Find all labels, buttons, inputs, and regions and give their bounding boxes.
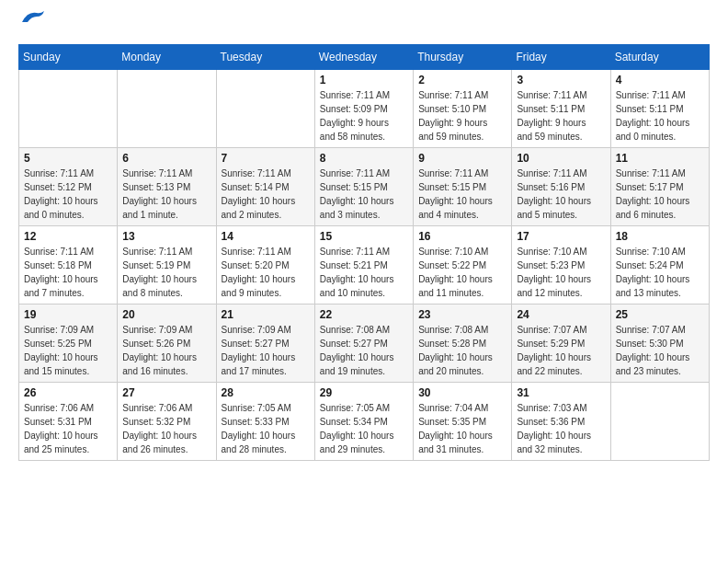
page-header xyxy=(18,18,710,29)
calendar-cell: 1Sunrise: 7:11 AM Sunset: 5:09 PM Daylig… xyxy=(314,70,413,148)
calendar-cell: 27Sunrise: 7:06 AM Sunset: 5:32 PM Dayli… xyxy=(118,383,216,461)
day-number: 15 xyxy=(320,230,408,243)
day-info: Sunrise: 7:11 AM Sunset: 5:13 PM Dayligh… xyxy=(122,167,210,222)
day-info: Sunrise: 7:11 AM Sunset: 5:20 PM Dayligh… xyxy=(222,245,310,300)
calendar-cell: 9Sunrise: 7:11 AM Sunset: 5:15 PM Daylig… xyxy=(414,148,512,226)
day-info: Sunrise: 7:05 AM Sunset: 5:34 PM Dayligh… xyxy=(320,401,408,456)
calendar-cell xyxy=(19,70,118,148)
day-number: 14 xyxy=(222,230,310,243)
day-info: Sunrise: 7:06 AM Sunset: 5:31 PM Dayligh… xyxy=(24,401,112,456)
day-number: 24 xyxy=(517,308,605,321)
day-number: 22 xyxy=(320,308,408,321)
day-number: 21 xyxy=(222,308,310,321)
calendar-cell: 8Sunrise: 7:11 AM Sunset: 5:15 PM Daylig… xyxy=(314,148,413,226)
calendar-cell: 12Sunrise: 7:11 AM Sunset: 5:18 PM Dayli… xyxy=(19,226,118,304)
calendar-cell: 7Sunrise: 7:11 AM Sunset: 5:14 PM Daylig… xyxy=(216,148,314,226)
calendar-cell: 25Sunrise: 7:07 AM Sunset: 5:30 PM Dayli… xyxy=(610,304,709,383)
logo-bird-icon xyxy=(20,9,46,29)
calendar-cell xyxy=(216,70,314,148)
calendar-cell: 31Sunrise: 7:03 AM Sunset: 5:36 PM Dayli… xyxy=(512,383,610,461)
day-number: 5 xyxy=(24,152,112,165)
calendar-cell: 29Sunrise: 7:05 AM Sunset: 5:34 PM Dayli… xyxy=(314,383,413,461)
calendar-cell: 24Sunrise: 7:07 AM Sunset: 5:29 PM Dayli… xyxy=(512,304,610,383)
calendar-cell: 6Sunrise: 7:11 AM Sunset: 5:13 PM Daylig… xyxy=(118,148,216,226)
day-info: Sunrise: 7:11 AM Sunset: 5:21 PM Dayligh… xyxy=(320,245,408,300)
weekday-header-wednesday: Wednesday xyxy=(314,45,413,70)
calendar-cell: 4Sunrise: 7:11 AM Sunset: 5:11 PM Daylig… xyxy=(610,70,709,148)
calendar-week-3: 12Sunrise: 7:11 AM Sunset: 5:18 PM Dayli… xyxy=(19,226,710,304)
calendar-cell: 3Sunrise: 7:11 AM Sunset: 5:11 PM Daylig… xyxy=(512,70,610,148)
calendar-table: SundayMondayTuesdayWednesdayThursdayFrid… xyxy=(18,44,710,461)
calendar-cell: 21Sunrise: 7:09 AM Sunset: 5:27 PM Dayli… xyxy=(216,304,314,383)
day-info: Sunrise: 7:07 AM Sunset: 5:29 PM Dayligh… xyxy=(517,323,605,378)
day-number: 26 xyxy=(24,386,112,399)
day-number: 18 xyxy=(616,230,704,243)
calendar-cell: 22Sunrise: 7:08 AM Sunset: 5:27 PM Dayli… xyxy=(314,304,413,383)
day-info: Sunrise: 7:09 AM Sunset: 5:26 PM Dayligh… xyxy=(122,323,210,378)
day-number: 2 xyxy=(418,74,506,86)
day-info: Sunrise: 7:10 AM Sunset: 5:23 PM Dayligh… xyxy=(517,245,605,300)
calendar-cell: 5Sunrise: 7:11 AM Sunset: 5:12 PM Daylig… xyxy=(19,148,118,226)
day-info: Sunrise: 7:09 AM Sunset: 5:25 PM Dayligh… xyxy=(24,323,112,378)
day-info: Sunrise: 7:06 AM Sunset: 5:32 PM Dayligh… xyxy=(122,401,210,456)
day-number: 23 xyxy=(418,308,506,321)
day-info: Sunrise: 7:11 AM Sunset: 5:11 PM Dayligh… xyxy=(517,88,605,144)
day-number: 20 xyxy=(122,308,210,321)
calendar-cell: 16Sunrise: 7:10 AM Sunset: 5:22 PM Dayli… xyxy=(414,226,512,304)
day-number: 19 xyxy=(24,308,112,321)
day-number: 4 xyxy=(616,74,704,86)
day-number: 28 xyxy=(222,386,310,399)
calendar-cell xyxy=(118,70,216,148)
day-number: 9 xyxy=(418,152,506,165)
day-number: 27 xyxy=(122,386,210,399)
day-number: 11 xyxy=(616,152,704,165)
logo xyxy=(18,18,46,29)
calendar-week-1: 1Sunrise: 7:11 AM Sunset: 5:09 PM Daylig… xyxy=(19,70,710,148)
day-info: Sunrise: 7:11 AM Sunset: 5:19 PM Dayligh… xyxy=(122,245,210,300)
calendar-cell: 13Sunrise: 7:11 AM Sunset: 5:19 PM Dayli… xyxy=(118,226,216,304)
weekday-header-row: SundayMondayTuesdayWednesdayThursdayFrid… xyxy=(19,45,710,70)
day-number: 13 xyxy=(122,230,210,243)
day-info: Sunrise: 7:10 AM Sunset: 5:24 PM Dayligh… xyxy=(616,245,704,300)
weekday-header-friday: Friday xyxy=(512,45,610,70)
weekday-header-sunday: Sunday xyxy=(19,45,118,70)
day-number: 17 xyxy=(517,230,605,243)
calendar-cell: 14Sunrise: 7:11 AM Sunset: 5:20 PM Dayli… xyxy=(216,226,314,304)
calendar-cell: 19Sunrise: 7:09 AM Sunset: 5:25 PM Dayli… xyxy=(19,304,118,383)
day-info: Sunrise: 7:04 AM Sunset: 5:35 PM Dayligh… xyxy=(418,401,506,456)
day-number: 12 xyxy=(24,230,112,243)
day-info: Sunrise: 7:07 AM Sunset: 5:30 PM Dayligh… xyxy=(616,323,704,378)
day-number: 25 xyxy=(616,308,704,321)
day-info: Sunrise: 7:11 AM Sunset: 5:12 PM Dayligh… xyxy=(24,167,112,222)
calendar-cell: 30Sunrise: 7:04 AM Sunset: 5:35 PM Dayli… xyxy=(414,383,512,461)
calendar-cell: 20Sunrise: 7:09 AM Sunset: 5:26 PM Dayli… xyxy=(118,304,216,383)
weekday-header-saturday: Saturday xyxy=(610,45,709,70)
day-info: Sunrise: 7:08 AM Sunset: 5:28 PM Dayligh… xyxy=(418,323,506,378)
calendar-cell: 10Sunrise: 7:11 AM Sunset: 5:16 PM Dayli… xyxy=(512,148,610,226)
day-info: Sunrise: 7:08 AM Sunset: 5:27 PM Dayligh… xyxy=(320,323,408,378)
calendar-week-2: 5Sunrise: 7:11 AM Sunset: 5:12 PM Daylig… xyxy=(19,148,710,226)
day-number: 31 xyxy=(517,386,605,399)
day-info: Sunrise: 7:09 AM Sunset: 5:27 PM Dayligh… xyxy=(222,323,310,378)
day-info: Sunrise: 7:11 AM Sunset: 5:16 PM Dayligh… xyxy=(517,167,605,222)
weekday-header-thursday: Thursday xyxy=(414,45,512,70)
day-info: Sunrise: 7:11 AM Sunset: 5:11 PM Dayligh… xyxy=(616,88,704,144)
day-number: 3 xyxy=(517,74,605,86)
day-info: Sunrise: 7:11 AM Sunset: 5:09 PM Dayligh… xyxy=(320,88,408,144)
calendar-cell xyxy=(610,383,709,461)
calendar-week-4: 19Sunrise: 7:09 AM Sunset: 5:25 PM Dayli… xyxy=(19,304,710,383)
day-number: 6 xyxy=(122,152,210,165)
calendar-cell: 11Sunrise: 7:11 AM Sunset: 5:17 PM Dayli… xyxy=(610,148,709,226)
calendar-cell: 17Sunrise: 7:10 AM Sunset: 5:23 PM Dayli… xyxy=(512,226,610,304)
day-number: 10 xyxy=(517,152,605,165)
calendar-cell: 15Sunrise: 7:11 AM Sunset: 5:21 PM Dayli… xyxy=(314,226,413,304)
calendar-cell: 2Sunrise: 7:11 AM Sunset: 5:10 PM Daylig… xyxy=(414,70,512,148)
calendar-cell: 23Sunrise: 7:08 AM Sunset: 5:28 PM Dayli… xyxy=(414,304,512,383)
day-number: 16 xyxy=(418,230,506,243)
day-number: 8 xyxy=(320,152,408,165)
day-info: Sunrise: 7:11 AM Sunset: 5:17 PM Dayligh… xyxy=(616,167,704,222)
weekday-header-tuesday: Tuesday xyxy=(216,45,314,70)
calendar-cell: 26Sunrise: 7:06 AM Sunset: 5:31 PM Dayli… xyxy=(19,383,118,461)
day-number: 7 xyxy=(222,152,310,165)
day-info: Sunrise: 7:11 AM Sunset: 5:15 PM Dayligh… xyxy=(320,167,408,222)
